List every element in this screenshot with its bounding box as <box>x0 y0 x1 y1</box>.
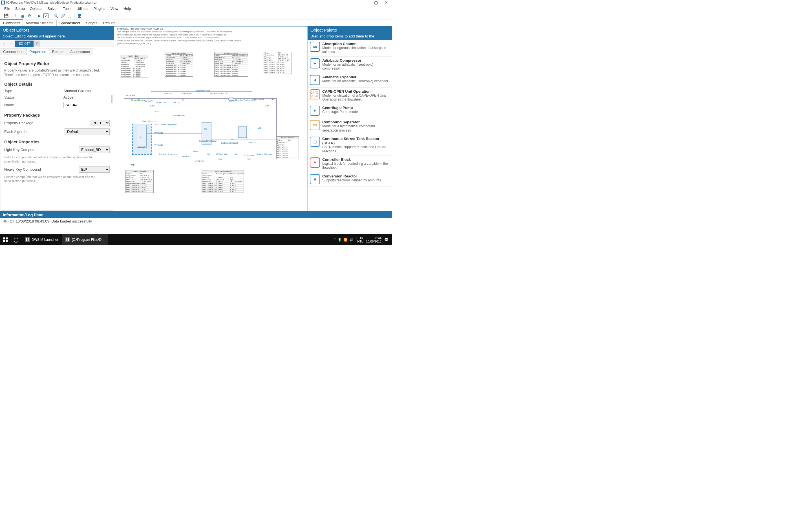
mini-table[interactable]: NaOH + EtOH ObjectNaOH + EtOH Temperatur… <box>120 55 148 77</box>
window-maximize-button[interactable]: ▢ <box>374 0 378 5</box>
breadcrumb-tab[interactable]: SC-047 <box>15 41 34 47</box>
save-icon[interactable]: 💾 <box>3 13 8 18</box>
mini-table[interactable]: NaOH + EtOH + Oil ObjectNaOH + EtOH + Oi… <box>165 52 193 76</box>
mini-table[interactable]: Reaction Products ObjectReaction Product… <box>214 52 248 76</box>
palette-item[interactable]: AController BlockLogical block for contr… <box>308 156 392 172</box>
menu-objects[interactable]: Objects <box>28 6 45 11</box>
main-tabs: Flowsheet Material Streams Spreadsheet S… <box>0 20 392 26</box>
svg-rect-6 <box>6 240 8 242</box>
sub-tab-appearance[interactable]: Appearance <box>67 48 93 55</box>
tab-spreadsheet[interactable]: Spreadsheet <box>56 20 84 26</box>
palette-item[interactable]: CAPE-OPENCAPE-OPEN Unit OperationModel f… <box>308 88 392 104</box>
menu-help[interactable]: Help <box>121 6 134 11</box>
grid-icon[interactable]: ▦ <box>20 13 25 18</box>
pp-select[interactable]: PP_1 <box>90 120 110 126</box>
palette-list[interactable]: ABAbsorption ColumnModel for rigorous si… <box>308 40 392 211</box>
chevron-up-icon[interactable]: ˄ <box>334 238 336 242</box>
status-value: Active <box>63 95 73 100</box>
windows-icon <box>3 237 8 242</box>
mini-table[interactable]: Ethanol Distillation ObjectRP1 Temperatu… <box>125 170 154 193</box>
menu-tools[interactable]: Tools <box>60 6 74 11</box>
mini-table[interactable]: ObjectRP1 Temperature60.00000 °C Pressur… <box>264 52 292 74</box>
zoom-in-icon[interactable]: 🔍 <box>53 13 58 18</box>
play-icon[interactable]: ▶ <box>37 13 42 18</box>
window-minimize-button[interactable]: — <box>363 0 367 5</box>
sub-tab-properties[interactable]: Properties <box>26 48 49 55</box>
menu-plugins[interactable]: Plugins <box>91 6 108 11</box>
editor-sub-tabs: Connections Properties Results Appearanc… <box>0 47 114 55</box>
cortana-button[interactable]: ◯ <box>11 237 21 242</box>
svg-rect-10 <box>65 237 70 242</box>
flash-label: Flash Algorithm <box>4 129 63 134</box>
palette-item-icon: P <box>310 106 320 116</box>
name-input[interactable] <box>63 102 103 108</box>
check-icon[interactable]: ✔ <box>43 13 49 18</box>
palette-item-icon: ◀ <box>310 75 320 85</box>
volume-icon[interactable]: 🔊 <box>349 238 354 242</box>
light-key-select[interactable]: Ethanol_BD <box>79 147 110 153</box>
palette-item-desc: CSTR model, supports Kinetic and HetCat … <box>322 145 390 153</box>
sep-block[interactable] <box>238 126 247 138</box>
app-icon <box>65 237 70 242</box>
palette-item-icon: A <box>310 158 320 168</box>
system-tray[interactable]: ˄ 🔋 🛜 🔊 <box>334 238 354 242</box>
palette-item[interactable]: ◀Adiabatic ExpanderModel for an adiabati… <box>308 73 392 88</box>
flowsheet-canvas[interactable]: BIODIESEL PRODUCTION FROM PALM OIL This … <box>114 26 307 211</box>
svg-rect-3 <box>3 237 5 239</box>
start-button[interactable] <box>0 237 11 242</box>
svg-rect-8 <box>26 238 27 241</box>
flash-select[interactable]: Default <box>64 128 110 135</box>
breadcrumb-back-button[interactable]: < <box>0 42 8 46</box>
sub-tab-connections[interactable]: Connections <box>0 48 27 55</box>
notifications-icon[interactable]: 💬 <box>384 238 389 242</box>
palette-item[interactable]: ▣Conversion ReactorSupports reactions de… <box>308 172 392 187</box>
palette-item[interactable]: ▶Adiabatic CompressorModel for an adiaba… <box>308 57 392 73</box>
toolbar: 💾 ℹ ▦ ⚙ ▶ ✔ 🔍 🔎 ⛶ 👤 <box>0 12 392 20</box>
mini-table[interactable]: Biodiesel Product ObjectW1 Temperature— … <box>276 136 299 159</box>
heavy-key-select[interactable]: EtP <box>79 166 110 173</box>
object-palette-panel: Object Palette Drag and drop items to ad… <box>307 26 392 211</box>
tab-results[interactable]: Results <box>100 20 118 26</box>
tab-scripts[interactable]: Scripts <box>83 20 100 26</box>
task-item[interactable]: DWSIM Launcher <box>21 234 62 245</box>
palette-item[interactable]: ◯Continuous Stirred Tank Reactor (CSTR)C… <box>308 135 392 156</box>
report-icon[interactable]: 👤 <box>77 13 82 18</box>
menu-utilities[interactable]: Utilities <box>74 6 91 11</box>
inner-scrollbar-handle[interactable] <box>111 95 112 103</box>
clock[interactable]: 08:4410/08/2018 <box>366 236 382 243</box>
canvas-description: BIODIESEL PRODUCTION FROM PALM OIL This … <box>117 27 264 45</box>
palette-item[interactable]: ABAbsorption ColumnModel for rigorous si… <box>308 40 392 57</box>
tab-flowsheet[interactable]: Flowsheet <box>0 19 23 26</box>
light-key-label: Light Key Compound <box>4 148 63 152</box>
task-item[interactable]: [C:\Program Files\D... <box>62 234 108 245</box>
palette-item[interactable]: PCentrifugal PumpCentrifugal Pump model <box>308 104 392 118</box>
heavy-key-label: Heavy Key Compound <box>4 167 63 172</box>
svg-rect-1 <box>2 1 3 4</box>
palette-item-desc: Centrifugal Pump model <box>322 110 359 114</box>
info-icon[interactable]: ℹ <box>13 13 18 18</box>
language-indicator[interactable]: PORINTL <box>356 236 363 243</box>
flowsheet-drawing[interactable]: NaOH + EtOH ObjectNaOH + EtOH Temperatur… <box>117 43 305 209</box>
palette-item-title: CAPE-OPEN Unit Operation <box>322 89 390 94</box>
zoom-fit-icon[interactable]: ⛶ <box>67 13 72 18</box>
breadcrumb-forward-button[interactable]: > <box>8 42 15 46</box>
menu-view[interactable]: View <box>108 6 121 11</box>
menu-file[interactable]: File <box>2 6 13 11</box>
scrollbar-handle[interactable] <box>113 57 113 62</box>
menu-solver[interactable]: Solver <box>45 6 60 11</box>
zoom-out-icon[interactable]: 🔎 <box>60 13 65 18</box>
menu-setup[interactable]: Setup <box>13 6 28 11</box>
battery-icon[interactable]: 🔋 <box>338 238 342 242</box>
light-key-help: Select a compound that will be considere… <box>4 155 110 163</box>
mini-table[interactable]: Liquid-Liquid Extraction ObjectBottoms (… <box>202 170 244 193</box>
app-icon <box>25 237 30 242</box>
wifi-icon[interactable]: 🛜 <box>343 238 348 242</box>
log-panel: Information/Log Panel [INFO] [10/08/2018… <box>0 211 392 234</box>
sub-tab-results[interactable]: Results <box>49 48 67 55</box>
tab-material-streams[interactable]: Material Streams <box>22 20 56 26</box>
settings-icon[interactable]: ⚙ <box>27 13 32 18</box>
breadcrumb-close-button[interactable]: ✕ <box>34 41 40 47</box>
window-close-button[interactable]: ✕ <box>385 0 388 5</box>
heavy-key-help: Select a compound that will be considere… <box>4 175 110 183</box>
palette-item[interactable]: CSCompound SeparatorModel for a hypothet… <box>308 118 392 135</box>
